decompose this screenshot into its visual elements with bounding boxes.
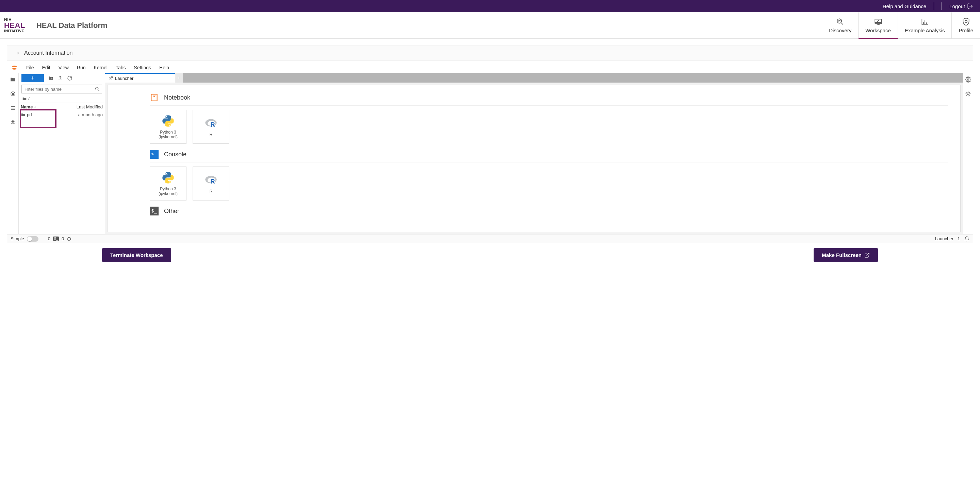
file-modified: a month ago (55, 112, 103, 117)
nav-discovery[interactable]: Discovery (822, 12, 858, 38)
launcher-card-python-notebook[interactable]: Python 3 (ipykernel) (150, 110, 186, 144)
svg-text:>_: >_ (151, 151, 157, 157)
simple-toggle[interactable] (27, 236, 38, 242)
extension-icon[interactable] (10, 119, 16, 125)
terminal-icon: $_ (150, 207, 159, 215)
section-notebook: Notebook Python 3 (ipykernel) R R (150, 93, 948, 144)
logo-separator (32, 17, 32, 34)
nav-label: Profile (959, 27, 973, 33)
svg-point-28 (166, 116, 167, 117)
jupyter-icon (11, 64, 18, 71)
new-tab-button[interactable]: + (175, 73, 183, 82)
launcher-content: Notebook Python 3 (ipykernel) R R (107, 85, 961, 232)
svg-point-43 (967, 93, 969, 95)
sort-asc-icon (33, 105, 37, 109)
status-kernel-count: 0 (62, 236, 64, 241)
python-icon (161, 171, 175, 185)
make-fullscreen-button[interactable]: Make Fullscreen (814, 248, 878, 262)
toc-icon[interactable] (10, 105, 16, 111)
button-label: Terminate Workspace (110, 252, 163, 258)
r-icon: R (204, 117, 218, 130)
upload-icon[interactable] (57, 76, 63, 81)
svg-rect-21 (52, 78, 52, 79)
heal-logo: NIH HEAL INITIATIVE (4, 17, 25, 33)
status-bar: Simple 0 $_ 0 Launcher 1 (7, 234, 973, 243)
jupyter-menubar: File Edit View Run Kernel Tabs Settings … (7, 62, 973, 73)
menu-help[interactable]: Help (157, 63, 171, 72)
external-link-icon (864, 252, 870, 258)
new-launcher-button[interactable]: + (21, 74, 44, 82)
topbar-divider (934, 2, 934, 10)
svg-line-26 (110, 76, 112, 79)
platform-title: HEAL Data Platform (37, 21, 108, 30)
button-label: Make Fullscreen (822, 252, 862, 258)
new-folder-icon[interactable] (48, 76, 53, 81)
launcher-card-r-console[interactable]: R R (192, 166, 229, 201)
svg-text:R: R (210, 178, 215, 185)
workspace-icon (874, 17, 883, 26)
svg-point-13 (12, 66, 17, 67)
nav-profile[interactable]: Profile (951, 12, 980, 38)
running-icon[interactable] (10, 91, 16, 97)
bar-chart-icon (920, 17, 929, 26)
svg-rect-52 (68, 238, 70, 240)
svg-line-48 (966, 92, 967, 93)
menu-view[interactable]: View (56, 63, 71, 72)
bottom-actions: Terminate Workspace Make Fullscreen (0, 243, 980, 262)
nav-workspace[interactable]: Workspace (858, 12, 898, 38)
r-icon: R (204, 173, 218, 187)
breadcrumb-root: / (28, 96, 30, 101)
tab-bar: Launcher + (105, 73, 963, 82)
card-label: R (210, 132, 213, 137)
tab-launcher[interactable]: Launcher (105, 73, 175, 82)
menu-file[interactable]: File (24, 63, 36, 72)
logout-link[interactable]: Logout (950, 3, 973, 9)
svg-line-49 (969, 95, 970, 95)
menu-kernel[interactable]: Kernel (92, 63, 109, 72)
launcher-card-r-notebook[interactable]: R R (192, 110, 229, 144)
terminate-workspace-button[interactable]: Terminate Workspace (102, 248, 171, 262)
jupyter-workspace: File Edit View Run Kernel Tabs Settings … (7, 62, 973, 243)
svg-text:R: R (210, 121, 215, 128)
card-label: R (210, 189, 213, 194)
file-browser: + / Name Last Modified (19, 73, 105, 234)
file-breadcrumb[interactable]: / (19, 95, 105, 103)
notebook-icon (150, 93, 159, 102)
svg-text:$_: $_ (151, 208, 157, 214)
debug-icon[interactable] (965, 91, 971, 97)
section-console: >_ Console Python 3 (ipykernel) R R (150, 150, 948, 201)
section-other: $_ Other (150, 207, 948, 219)
nav-label: Example Analysis (905, 27, 945, 33)
external-link-icon (108, 76, 113, 81)
terminal-badge-icon: $_ (53, 236, 59, 241)
logout-icon (967, 3, 973, 9)
refresh-icon[interactable] (67, 76, 73, 81)
folder-icon[interactable] (10, 76, 16, 82)
svg-line-24 (98, 90, 99, 91)
menu-run[interactable]: Run (75, 63, 88, 72)
logout-label: Logout (950, 3, 965, 9)
file-filter-input[interactable] (21, 85, 102, 93)
account-info-bar[interactable]: Account Information (7, 46, 973, 60)
logo-area: NIH HEAL INITIATIVE HEAL Data Platform (0, 12, 111, 38)
menu-settings[interactable]: Settings (132, 63, 153, 72)
nav-example-analysis[interactable]: Example Analysis (898, 12, 952, 38)
status-simple-label: Simple (11, 236, 24, 241)
bell-icon[interactable] (964, 236, 969, 242)
menu-tabs[interactable]: Tabs (114, 63, 128, 72)
column-modified[interactable]: Last Modified (53, 103, 105, 111)
nav-label: Workspace (865, 27, 891, 33)
jupyter-main: Launcher + Notebook Pyt (105, 73, 963, 234)
gear-icon[interactable] (965, 76, 971, 82)
console-icon: >_ (150, 150, 159, 159)
svg-line-2 (841, 23, 843, 24)
status-mode: Launcher (935, 236, 953, 241)
help-link[interactable]: Help and Guidance (883, 3, 926, 9)
menu-edit[interactable]: Edit (40, 63, 52, 72)
right-utility-bar (963, 73, 973, 234)
logo-init: INITIATIVE (4, 29, 24, 33)
section-title: Notebook (164, 94, 190, 101)
chevron-right-icon (16, 51, 20, 55)
launcher-card-python-console[interactable]: Python 3 (ipykernel) (150, 166, 186, 201)
svg-point-29 (169, 125, 170, 126)
